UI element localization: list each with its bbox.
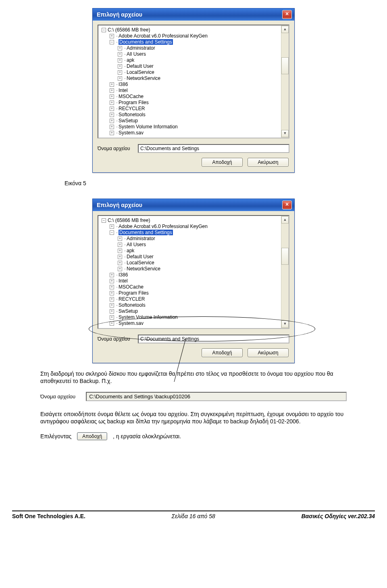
scroll-thumb[interactable] [281, 57, 289, 74]
scroll-down-icon[interactable]: ▼ [281, 320, 289, 328]
tree-item[interactable]: All Users [127, 242, 146, 247]
tree-item[interactable]: Adobe Acrobat v6.0 Professional KeyGen [119, 224, 208, 229]
tree-item[interactable]: I386 [119, 272, 128, 278]
expand-icon[interactable]: + [110, 88, 114, 93]
expand-icon[interactable]: + [110, 303, 114, 308]
tree-item[interactable]: MSOCache [119, 94, 144, 99]
tree-item[interactable]: NetworkService [127, 266, 160, 272]
expand-icon[interactable]: + [110, 82, 114, 87]
expand-icon[interactable]: + [110, 94, 114, 99]
tree-item[interactable]: All Users [127, 51, 146, 57]
scroll-thumb[interactable] [281, 248, 289, 265]
folder-tree[interactable]: −C:\ (65866 MB free) +·· Adobe Acrobat v… [98, 25, 289, 138]
expand-icon[interactable]: + [110, 113, 114, 117]
expand-icon[interactable]: + [118, 243, 122, 247]
expand-icon[interactable]: + [110, 279, 114, 283]
expand-icon[interactable]: + [118, 255, 122, 259]
scroll-up-icon[interactable]: ▲ [281, 26, 289, 33]
accept-button[interactable]: Αποδοχή [202, 348, 243, 357]
tree-item[interactable]: Adobe Acrobat v6.0 Professional KeyGen [119, 33, 208, 39]
expand-icon[interactable]: + [110, 291, 114, 295]
tree-item[interactable]: apk [127, 57, 134, 63]
tree-root[interactable]: C:\ (65866 MB free) [108, 218, 150, 223]
scrollbar[interactable]: ▲ ▼ [281, 216, 289, 328]
expand-icon[interactable]: + [110, 297, 114, 301]
tree-root[interactable]: C:\ (65866 MB free) [108, 27, 150, 33]
expand-icon[interactable]: + [118, 249, 122, 253]
tree-item[interactable]: System.sav [119, 130, 144, 136]
scrollbar[interactable]: ▲ ▼ [281, 25, 289, 138]
expand-icon[interactable]: + [110, 34, 114, 38]
file-dialog-1: Επιλογή αρχείου × −C:\ (65866 MB free) +… [92, 8, 295, 173]
footer-left: Soft One Technologies A.E. [12, 513, 85, 519]
expand-icon[interactable]: − [102, 28, 106, 32]
dialog-title: Επιλογή αρχείου [97, 11, 142, 18]
expand-icon[interactable]: + [118, 70, 122, 75]
expand-icon[interactable]: + [118, 261, 122, 265]
tree-item[interactable]: RECYCLER [119, 106, 145, 111]
expand-icon[interactable]: − [110, 40, 114, 44]
scroll-down-icon[interactable]: ▼ [281, 130, 289, 137]
tree-item[interactable]: Intel [119, 88, 128, 93]
expand-icon[interactable]: + [110, 273, 114, 277]
tree-item[interactable]: SwSetup [119, 308, 138, 314]
expand-icon[interactable]: + [110, 125, 114, 129]
expand-icon[interactable]: + [110, 107, 114, 111]
tree-item[interactable]: Intel [119, 278, 128, 284]
folder-tree[interactable]: −C:\ (65866 MB free) +·· Adobe Acrobat v… [98, 215, 289, 329]
expand-icon[interactable]: + [118, 236, 122, 241]
figure-caption: Εικόνα 5 [64, 180, 347, 186]
expand-icon[interactable]: + [118, 76, 122, 81]
page-footer: Soft One Technologies A.E. Σελίδα 16 από… [12, 511, 375, 519]
tree-item[interactable]: System Volume Information [119, 124, 178, 130]
tree-item-selected[interactable]: Documents and Settings [119, 230, 173, 235]
tree-item[interactable]: Default User [127, 254, 154, 259]
close-icon[interactable]: × [282, 10, 292, 19]
tree-item[interactable]: RECYCLER [119, 296, 145, 302]
tree-item[interactable]: Softonetools [119, 302, 146, 308]
scroll-up-icon[interactable]: ▲ [281, 216, 289, 224]
tree-item[interactable]: Administrator [127, 236, 155, 241]
tree-item[interactable]: LocalService [127, 260, 154, 266]
expand-icon[interactable]: + [118, 46, 122, 50]
tree-item-selected[interactable]: Documents and Settings [119, 39, 173, 45]
expand-icon[interactable]: + [110, 315, 114, 320]
tree-item[interactable]: apk [127, 248, 134, 253]
expand-icon[interactable]: + [110, 285, 114, 289]
expand-icon[interactable]: + [110, 131, 114, 135]
expand-icon[interactable]: + [110, 119, 114, 123]
tree-item[interactable]: Program Files [119, 290, 149, 296]
tree-item[interactable]: SwSetup [119, 118, 138, 123]
dialog-title: Επιλογή αρχείου [97, 202, 142, 208]
tree-item[interactable]: NetworkService [127, 75, 160, 81]
cancel-button[interactable]: Ακύρωση [248, 348, 289, 357]
tree-item[interactable]: I386 [119, 82, 128, 87]
expand-icon[interactable]: + [110, 100, 114, 105]
cancel-button[interactable]: Ακύρωση [248, 158, 289, 167]
tree-item[interactable]: Administrator [127, 45, 155, 51]
filename-example: Όνομα αρχείου C:\Documents and Settings … [40, 392, 347, 401]
filename-label: Όνομα αρχείου [98, 146, 138, 151]
close-icon[interactable]: × [282, 201, 292, 209]
expand-icon[interactable]: + [110, 321, 114, 326]
expand-icon[interactable]: + [118, 58, 122, 63]
expand-icon[interactable]: + [118, 64, 122, 69]
expand-icon[interactable]: + [110, 309, 114, 314]
expand-icon[interactable]: − [110, 230, 114, 235]
tree-item[interactable]: System.sav [119, 320, 144, 326]
expand-icon[interactable]: + [110, 224, 114, 229]
filename-input[interactable]: C:\Documents and Settings [138, 144, 289, 153]
tree-item[interactable]: MSOCache [119, 284, 144, 290]
tree-item[interactable]: System Volume Information [119, 314, 178, 320]
expand-icon[interactable]: − [102, 218, 106, 223]
tree-item[interactable]: Default User [127, 63, 154, 69]
tree-item[interactable]: LocalService [127, 69, 154, 75]
filename-input[interactable]: C:\Documents and Settings [138, 335, 289, 343]
tree-item[interactable]: Program Files [119, 100, 149, 105]
expand-icon[interactable]: + [118, 267, 122, 271]
accept-button[interactable]: Αποδοχή [202, 158, 243, 167]
expand-icon[interactable]: + [118, 52, 122, 56]
tree-item[interactable]: Softonetools [119, 112, 146, 117]
titlebar: Επιλογή αρχείου × [93, 199, 294, 211]
paragraph: Στη διαδρομή του σκληρού δίσκου που εμφα… [40, 370, 347, 385]
